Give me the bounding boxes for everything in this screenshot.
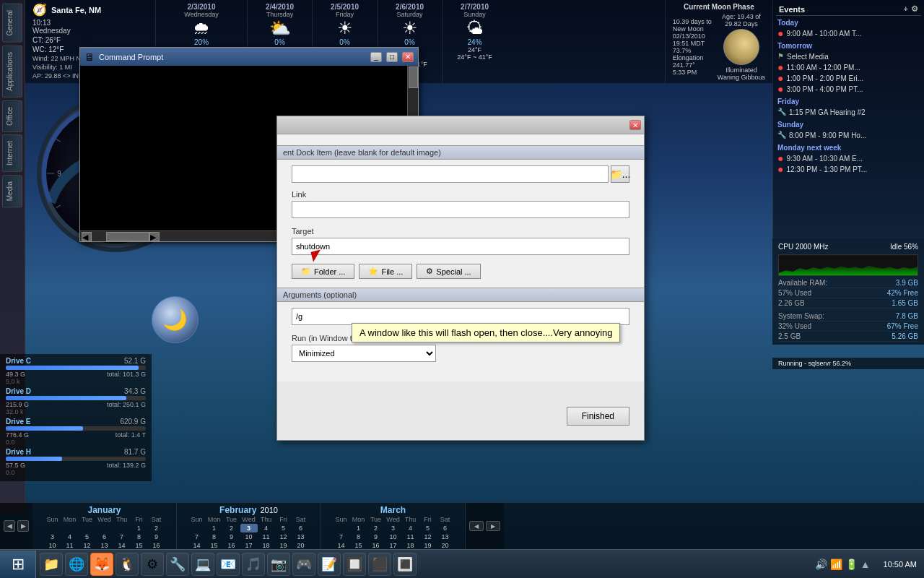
cmd-scrollbar-thumb[interactable] — [409, 66, 418, 88]
cal-action-1[interactable]: ◀ — [469, 521, 484, 531]
sys-panel: CPU 2000 MHz Idle 56% Available RAM: 3.9… — [772, 238, 924, 345]
tray-icon-1[interactable]: 🔊 — [815, 558, 827, 570]
cmd-minimize-btn[interactable]: _ — [370, 52, 382, 62]
special-icon: ⚙ — [426, 267, 433, 276]
dock-image-row: 📁... — [292, 165, 629, 183]
event-item: ● 12:30 PM - 1:30 PM PT... — [776, 164, 921, 175]
cal-action-2[interactable]: ▶ — [486, 521, 500, 531]
cmd-titlebar[interactable]: 🖥 Command Prompt _ □ ✕ — [80, 48, 418, 66]
folder-btn[interactable]: 📁 Folder ... — [292, 264, 354, 279]
tb-icon-browser[interactable]: 🌐 — [65, 553, 88, 576]
tb-icon-settings[interactable]: ⚙ — [141, 553, 164, 576]
special-btn[interactable]: ⚙ Special ... — [417, 264, 480, 279]
sys-tray: 🔊 📶 🔋 ▲ — [809, 558, 876, 570]
cal-prev-btn[interactable]: ◀ — [4, 520, 15, 532]
tray-icon-2[interactable]: 📶 — [830, 558, 842, 570]
swap-row: System Swap: 7.8 GB — [778, 311, 918, 322]
location-text: Santa Fe, NM — [51, 6, 101, 14]
cal-nav-row: ◀ ▶ — [469, 521, 500, 531]
calendar-january: January SunMonTueWedThuFriSat 12 3456789… — [32, 503, 177, 549]
tb-icon-firefox[interactable]: 🦊 — [90, 553, 113, 576]
cpu-graph-line — [779, 263, 918, 275]
start-button[interactable]: ⊞ — [0, 551, 36, 578]
cmd-hscroll-right[interactable]: ▶ — [149, 232, 160, 241]
tb-icon-folder[interactable]: 📁 — [40, 553, 63, 576]
tb-icon-misc4[interactable]: 🔲 — [343, 553, 366, 576]
dock-target-label: Target — [292, 227, 629, 236]
event-wrench-icon: 🔧 — [777, 131, 786, 139]
cmd-hscroll-thumb[interactable] — [106, 232, 149, 241]
sidebar-tab-office[interactable]: Office — [2, 100, 22, 132]
dock-run-select[interactable]: Minimized Normal Maximized Hidden — [292, 345, 436, 362]
cal-action-buttons: ◀ ▶ — [466, 503, 504, 549]
dock-image-browse-btn[interactable]: 📁... — [611, 165, 629, 183]
cmd-maximize-btn[interactable]: □ — [386, 52, 398, 62]
dock-link-input[interactable] — [292, 201, 629, 218]
event-red-dot: ● — [777, 153, 783, 163]
event-red-dot: ● — [777, 62, 783, 72]
sidebar-tab-media[interactable]: Media — [2, 175, 22, 207]
drive-c: Drive C 52.1 G 49.3 Gtotal: 101.3 G 5.0 … — [6, 357, 146, 385]
moon-title: Current Moon Phase — [684, 3, 754, 11]
ram-usage-row: 57% Used 42% Free — [778, 288, 918, 298]
cpu-graph — [778, 254, 918, 276]
tb-icon-monitor[interactable]: 💻 — [191, 553, 214, 576]
dock-target-input[interactable]: shutdown — [292, 238, 629, 255]
tb-icon-tools[interactable]: 🔧 — [166, 553, 189, 576]
finished-btn[interactable]: Finished — [567, 407, 629, 426]
cal-next-btn[interactable]: ▶ — [17, 520, 29, 532]
taskbar-clock[interactable]: 10:50 AM — [876, 560, 924, 569]
event-red-dot: ● — [777, 84, 783, 94]
event-item: ● 11:00 AM - 12:00 PM... — [776, 62, 921, 73]
dock-image-section: ent Dock Item (leave blank for default i… — [292, 145, 629, 183]
calendar-february: February 2010 SunMonTueWedThuFriSat 1234… — [177, 503, 321, 549]
weather-icon-1: ⛅ — [269, 18, 291, 38]
event-item: ⚑ Select Media — [776, 51, 921, 62]
sidebar-tab-general[interactable]: General — [2, 4, 22, 43]
tray-icon-3[interactable]: 🔋 — [845, 558, 858, 570]
sidebar-tab-applications[interactable]: Applications — [2, 46, 22, 98]
event-day-tomorrow: Tomorrow — [776, 42, 921, 50]
event-flag-icon: ⚑ — [777, 52, 784, 60]
tray-icon-notify[interactable]: ▲ — [860, 558, 871, 570]
sidebar-tab-internet[interactable]: Internet — [2, 134, 22, 172]
tb-icon-tux[interactable]: 🐧 — [116, 553, 139, 576]
event-item: ● 1:00 PM - 2:00 PM Eri... — [776, 73, 921, 84]
events-gear-icon[interactable]: ⚙ — [911, 4, 918, 14]
cmd-close-btn[interactable]: ✕ — [402, 52, 414, 62]
event-item: ● 9:30 AM - 10:30 AM E... — [776, 153, 921, 164]
ct-temp: CT: 26°F — [32, 36, 148, 44]
event-red-dot: ● — [777, 73, 783, 83]
tb-icon-misc1[interactable]: 📷 — [267, 553, 290, 576]
weather-icon-2: ☀ — [337, 18, 353, 38]
cmd-title-icon: 🖥 — [84, 51, 95, 63]
calendar-march: March SunMonTueWedThuFriSat 123456 78910… — [321, 503, 466, 549]
cmd-title-text: Command Prompt — [99, 53, 366, 61]
drive-e: Drive E 620.9 G 776.4 Gtotal: 1.4 T 0.0 — [6, 418, 146, 446]
moon-desktop-icon[interactable]: 🌙 — [152, 296, 202, 347]
dock-close-btn[interactable]: ✕ — [629, 120, 641, 130]
tb-icon-misc5[interactable]: ⬛ — [368, 553, 391, 576]
events-plus-icon[interactable]: + — [904, 4, 908, 14]
dock-link-group: Link — [292, 190, 629, 218]
tb-icon-music[interactable]: 🎵 — [242, 553, 265, 576]
dock-image-input[interactable] — [292, 165, 609, 183]
drive-d: Drive D 34.3 G 215.9 Gtotal: 250.1 G 32.… — [6, 387, 146, 415]
cpu-freq: CPU 2000 MHz — [778, 243, 828, 251]
dock-titlebar[interactable]: ✕ — [277, 116, 644, 134]
file-btn[interactable]: ⭐ File ... — [359, 264, 412, 279]
cmd-hscroll-left[interactable]: ◀ — [82, 232, 92, 241]
tb-icon-misc3[interactable]: 📝 — [318, 553, 341, 576]
event-day-monday: Monday next week — [776, 144, 921, 152]
events-title: Events — [779, 5, 805, 14]
tb-icon-misc2[interactable]: 🎮 — [292, 553, 315, 576]
event-red-dot: ● — [777, 164, 783, 174]
tb-icon-email[interactable]: 📧 — [217, 553, 240, 576]
taskbar-icons: 📁 🌐 🦊 🐧 ⚙ 🔧 💻 📧 🎵 📷 🎮 📝 🔲 ⬛ 🔳 — [36, 553, 809, 576]
cal-nav-section: ◀ ▶ — [0, 503, 32, 549]
dock-section-label: ent Dock Item (leave blank for default i… — [277, 145, 644, 160]
tb-icon-misc6[interactable]: 🔳 — [393, 553, 417, 576]
weather-icon-0: 🌧 — [193, 18, 210, 38]
tooltip-box: A window like this will flash open, then… — [352, 323, 620, 342]
dock-link-label: Link — [292, 190, 629, 199]
